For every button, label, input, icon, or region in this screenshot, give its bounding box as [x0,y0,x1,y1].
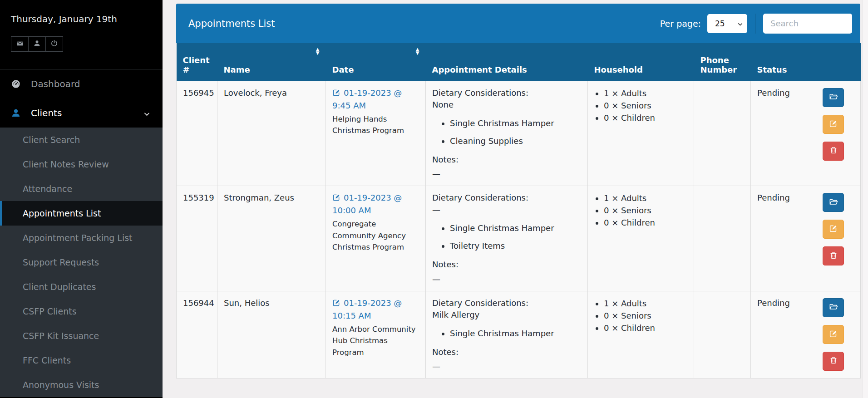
list-item: Single Christmas Hamper [450,222,581,234]
date-link-label: 01-19-2023 @ 9:45 AM [332,88,402,110]
main-content: Appointments List Per page: 25 [163,0,868,398]
status-cell: Pending [751,81,806,186]
trash-icon [829,356,838,366]
edit-icon [829,224,838,234]
open-appointment-button[interactable] [823,298,844,317]
sidebar-item-csfp-kit-issuance[interactable]: CSFP Kit Issuance [0,324,163,348]
app-window: Thursday, January 19th [0,0,868,398]
phone-number-cell [694,291,751,378]
sidebar-item-csfp-clients[interactable]: CSFP Clients [0,299,163,324]
chevron-down-icon [143,109,151,117]
list-item: 1 × Adults [604,298,687,310]
dietary-label: Dietary Considerations: [432,192,581,204]
table-row: 156945 Lovelock, Freya 01-19-2023 @ 9:45… [177,81,861,186]
sidebar-item-label: CSFP Clients [23,306,77,316]
notes-value: — [432,168,581,180]
list-item: 0 × Children [604,112,687,124]
heading-divider [755,14,755,34]
sidebar-item-dashboard[interactable]: Dashboard [0,69,163,98]
sidebar-item-support-requests[interactable]: Support Requests [0,250,163,275]
date-link-label: 01-19-2023 @ 10:00 AM [332,193,402,215]
appointment-details-cell: Dietary Considerations: Milk Allergy Sin… [426,291,588,378]
table-header-row: Client # Name▲▼ Date▲▼ Appointment Detai… [177,43,861,81]
sort-icon[interactable]: ▲▼ [316,48,320,55]
sidebar-item-client-duplicates[interactable]: Client Duplicates [0,275,163,299]
edit-appointment-button[interactable] [823,325,844,344]
client-number-cell: 155319 [177,186,217,291]
sidebar-item-anonymous-visits[interactable]: Anonymous Visits [0,373,163,397]
delete-appointment-button[interactable] [823,352,844,371]
sidebar-item-label: Anonymous Visits [23,380,99,390]
household-list: 1 × Adults 0 × Seniors 0 × Children [594,192,687,229]
client-number-cell: 156944 [177,291,217,378]
column-header-name[interactable]: Name▲▼ [217,43,326,81]
actions-cell [806,291,861,378]
sidebar-item-label: CSFP Kit Issuance [23,331,99,341]
appointment-details-cell: Dietary Considerations: — Single Christm… [426,186,588,291]
dietary-value: — [432,204,581,216]
column-header-date[interactable]: Date▲▼ [326,43,426,81]
household-list: 1 × Adults 0 × Seniors 0 × Children [594,298,687,334]
dietary-value: None [432,99,581,111]
date-cell: 01-19-2023 @ 9:45 AM Helping Hands Chris… [326,81,426,186]
list-item: 0 × Children [604,217,687,229]
sidebar-item-label: Attendance [23,184,72,194]
hamper-items-list: Single Christmas Hamper Cleaning Supplie… [432,118,581,147]
actions-cell [806,186,861,291]
logout-button[interactable] [45,36,63,52]
edit-icon [332,299,340,309]
hamper-items-list: Single Christmas Hamper Toiletry Items [432,222,581,252]
search-input[interactable] [763,14,852,34]
delete-appointment-button[interactable] [823,246,844,265]
actions-cell [806,81,861,186]
folder-open-icon [829,197,838,208]
appointment-date-link[interactable]: 01-19-2023 @ 9:45 AM [332,88,402,110]
sidebar-item-ffc-clients[interactable]: FFC Clients [0,348,163,373]
sidebar-item-label: Dashboard [31,79,80,89]
sidebar-item-client-notes-review[interactable]: Client Notes Review [0,152,163,177]
gauge-icon [11,79,21,89]
clients-submenu: Client Search Client Notes Review Attend… [0,128,163,397]
open-appointment-button[interactable] [823,193,844,212]
household-list: 1 × Adults 0 × Seniors 0 × Children [594,88,687,124]
sidebar-nav: Dashboard Clients Client Search Client N… [0,69,163,397]
sidebar-item-attendance[interactable]: Attendance [0,177,163,201]
appointment-date-link[interactable]: 01-19-2023 @ 10:00 AM [332,193,402,215]
user-button[interactable] [28,36,46,52]
column-header-appointment-details: Appointment Details [426,43,588,81]
name-cell: Lovelock, Freya [217,81,326,186]
mail-button[interactable] [11,36,29,52]
column-header-phone-number: Phone Number [694,43,751,81]
date-cell: 01-19-2023 @ 10:00 AM Congregate Communi… [326,186,426,291]
column-header-actions [806,43,861,81]
edit-icon [829,119,838,129]
sidebar-item-label: Clients [31,108,62,118]
appointments-table: Client # Name▲▼ Date▲▼ Appointment Detai… [176,43,861,378]
notes-label: Notes: [432,259,581,270]
per-page-select[interactable]: 25 [707,14,747,33]
status-cell: Pending [751,291,806,378]
list-item: 0 × Children [604,322,687,334]
client-number-cell: 156945 [177,81,217,186]
notes-label: Notes: [432,346,581,358]
sidebar-item-appointment-packing-list[interactable]: Appointment Packing List [0,226,163,250]
sort-icon[interactable]: ▲▼ [416,48,419,55]
edit-appointment-button[interactable] [823,220,844,239]
sidebar-item-label: Client Search [23,135,80,145]
household-cell: 1 × Adults 0 × Seniors 0 × Children [588,291,694,378]
table-row: 155319 Strongman, Zeus 01-19-2023 @ 10:0… [177,186,861,291]
column-header-label: Date [332,65,354,74]
delete-appointment-button[interactable] [823,142,844,161]
scrollbar[interactable] [862,0,868,398]
sidebar-item-appointments-list[interactable]: Appointments List [0,201,163,226]
sidebar-item-label: Appointment Packing List [23,233,133,243]
sidebar-item-clients[interactable]: Clients [0,98,163,128]
user-icon [33,39,41,49]
program-name: Helping Hands Christmas Program [332,113,419,137]
edit-appointment-button[interactable] [823,115,844,134]
open-appointment-button[interactable] [823,88,844,107]
sidebar-item-label: Client Duplicates [23,282,96,292]
sidebar-item-client-search[interactable]: Client Search [0,128,163,152]
program-name: Ann Arbor Community Hub Christmas Progra… [332,324,419,359]
appointment-date-link[interactable]: 01-19-2023 @ 10:15 AM [332,298,402,320]
